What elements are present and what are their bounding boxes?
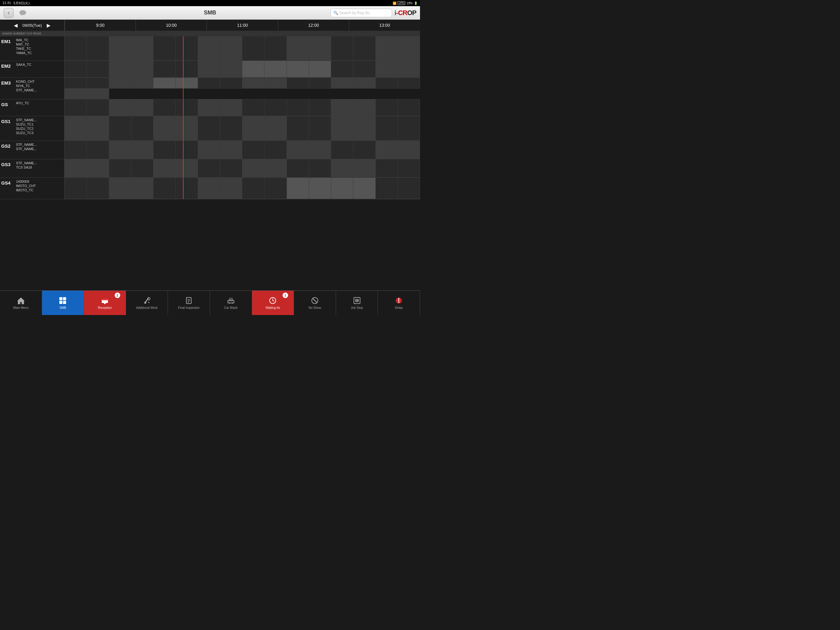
carwash-icon	[227, 296, 235, 305]
svg-rect-4	[20, 302, 22, 304]
time-indicator-gs	[183, 99, 183, 116]
row-id-gs2: GS2	[1, 143, 14, 149]
waiting-icon	[268, 296, 277, 305]
svg-rect-12	[104, 303, 105, 304]
svg-rect-8	[63, 301, 66, 304]
reception-badge: 2	[115, 293, 120, 298]
wrench-icon	[143, 296, 151, 305]
date-nav: ◀ 09/05(Tue) ▶ 9:00 10:00 11:00 12:00 13…	[0, 20, 420, 31]
tab-reception[interactable]: 2 Reception	[84, 291, 126, 315]
time-12: 12:00	[278, 20, 349, 31]
time-13: 13:00	[349, 20, 420, 31]
tab-additional-work[interactable]: Additional Work	[126, 291, 168, 315]
row-id-gs3: GS3	[1, 161, 14, 167]
search-placeholder: Search by Reg No.	[339, 11, 371, 15]
tab-car-wash-label: Car Wash	[224, 306, 238, 309]
svg-rect-10	[102, 299, 108, 300]
top-nav: ‹ SMB 🔍 Search by Reg No. i-CROP	[0, 6, 420, 20]
time-10: 10:00	[136, 20, 207, 31]
icrop-logo: i-CROP	[395, 9, 416, 17]
svg-point-15	[145, 302, 146, 304]
tab-delay-label: Delay	[395, 306, 403, 309]
svg-point-0	[19, 10, 26, 15]
battery-icon: 🔋	[414, 2, 418, 5]
tab-job-stop-label: Job Stop	[351, 306, 363, 309]
table-row: GS1 STF_NAME... SUZU_TC1 SUZU_TC2 SUZU_T…	[0, 116, 420, 141]
svg-rect-5	[59, 297, 62, 300]
staff-subtitle-text: DANCE HARDEST CUT ROAD	[2, 32, 41, 35]
svg-rect-33	[355, 299, 357, 302]
tab-no-show-label: No Show	[309, 306, 321, 309]
tab-final-inspection[interactable]: Final Inspection	[168, 291, 210, 315]
tab-main-menu[interactable]: Main Menu	[0, 291, 42, 315]
inspect-icon	[185, 296, 193, 305]
tab-waiting-for-label: Waiting for	[266, 306, 280, 309]
tab-reception-label: Reception	[98, 306, 112, 309]
noshow-icon	[311, 296, 319, 305]
table-row: EM2 SAKA_TC	[0, 61, 420, 78]
svg-rect-7	[59, 301, 62, 304]
svg-rect-32	[354, 298, 360, 304]
back-button[interactable]: ‹	[4, 8, 14, 18]
svg-point-37	[398, 301, 399, 303]
chat-icon	[19, 9, 27, 17]
tab-smb[interactable]: SMB	[42, 291, 84, 315]
search-bar[interactable]: 🔍 Search by Reg No.	[330, 9, 392, 17]
tab-delay[interactable]: Delay	[378, 291, 420, 315]
tab-no-show[interactable]: No Show	[294, 291, 336, 315]
status-bar: 11:31 5月9日(火) 📶 VPN 19% 🔋	[0, 0, 420, 6]
row-id-em1: EM1	[1, 38, 14, 44]
next-date-button[interactable]: ▶	[44, 21, 53, 30]
battery-label: 19%	[406, 2, 413, 5]
time-indicator-gs2	[183, 141, 183, 159]
svg-line-29	[273, 301, 274, 301]
status-time: 11:31	[2, 1, 11, 6]
status-date: 5月9日(火)	[14, 1, 30, 6]
current-date: 09/05(Tue)	[22, 23, 42, 28]
time-indicator-em3	[183, 78, 183, 99]
reception-icon	[101, 296, 109, 305]
svg-rect-34	[357, 299, 358, 302]
waiting-badge: 1	[283, 293, 288, 298]
smb-icon	[58, 296, 67, 305]
tab-waiting-for[interactable]: 1 Waiting for	[252, 291, 294, 315]
row-id-gs: GS	[1, 101, 14, 107]
row-id-em3: EM3	[1, 80, 14, 85]
row-id-gs4: GS4	[1, 180, 14, 185]
time-headers: 9:00 10:00 11:00 12:00 13:00	[65, 20, 420, 31]
time-indicator-gs4	[183, 178, 183, 199]
time-indicator-gs3	[183, 159, 183, 177]
svg-line-16	[148, 302, 149, 303]
table-row: GS3 STF_NAME... TCS SA18	[0, 159, 420, 178]
row-id-em2: EM2	[1, 63, 14, 69]
grid-body[interactable]: EM1 IMA_TC MAT_TC TAKE_TC YAMA_TC	[0, 36, 420, 290]
chat-button[interactable]	[17, 7, 29, 19]
vpn-label: VPN	[398, 1, 405, 5]
time-indicator-em1	[183, 36, 183, 60]
table-row: GS AYU_TC	[0, 99, 420, 116]
svg-point-23	[232, 302, 233, 304]
tab-job-stop[interactable]: Job Stop	[336, 291, 378, 315]
table-row: GS4 1400009 IMOTO_CHT IMOTO_TC	[0, 178, 420, 199]
svg-marker-3	[17, 298, 25, 301]
table-row: EM3 KOND_CHT NIYA_TC STF_NAME...	[0, 78, 420, 99]
jobstop-icon	[353, 296, 361, 305]
row-id-gs1: GS1	[1, 118, 14, 124]
time-indicator-em2	[183, 61, 183, 78]
nav-title: SMB	[204, 9, 216, 16]
time-9: 9:00	[65, 20, 136, 31]
svg-line-31	[313, 299, 317, 302]
time-11: 11:00	[207, 20, 278, 31]
svg-rect-6	[63, 297, 66, 300]
time-indicator-gs1	[183, 116, 183, 141]
svg-rect-21	[229, 299, 233, 301]
wifi-icon: 📶	[393, 2, 396, 5]
tab-main-menu-label: Main Menu	[13, 306, 28, 309]
prev-date-button[interactable]: ◀	[11, 21, 20, 30]
home-icon	[17, 296, 25, 305]
staff-subtitle-row: DANCE HARDEST CUT ROAD	[0, 31, 420, 36]
tab-car-wash[interactable]: Car Wash	[210, 291, 252, 315]
tab-smb-label: SMB	[60, 306, 66, 309]
table-row: EM1 IMA_TC MAT_TC TAKE_TC YAMA_TC	[0, 36, 420, 61]
svg-point-22	[229, 302, 230, 304]
